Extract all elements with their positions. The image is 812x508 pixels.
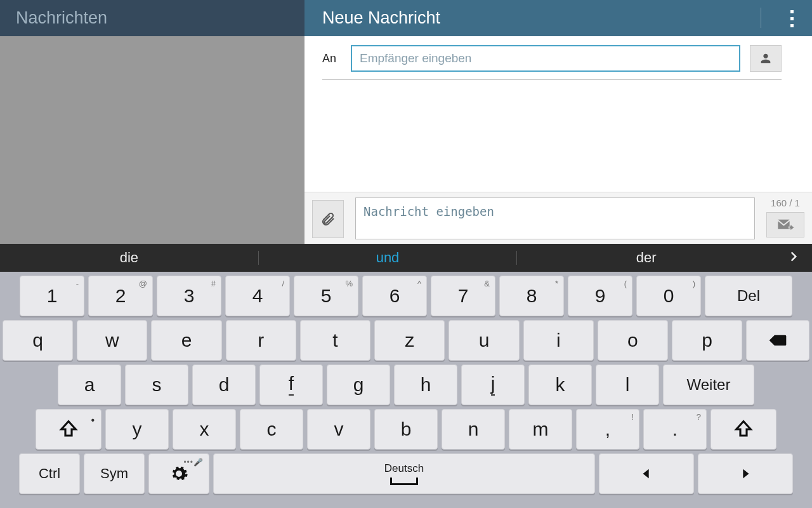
key-n[interactable]: n: [442, 409, 505, 450]
key-e[interactable]: e: [151, 320, 221, 361]
header-divider: [761, 8, 761, 28]
key-o[interactable]: o: [598, 320, 668, 361]
suggestion-more-button[interactable]: [775, 249, 812, 267]
suggestion-2[interactable]: und: [259, 250, 517, 266]
triangle-right-icon: [738, 467, 752, 481]
pick-contact-button[interactable]: [750, 45, 782, 72]
key-space[interactable]: Deutsch: [213, 453, 595, 494]
key-q[interactable]: q: [3, 320, 73, 361]
compose-title: Neue Nachricht: [322, 8, 440, 28]
key-shift-left[interactable]: •: [36, 409, 102, 450]
key-4[interactable]: 4/: [225, 276, 290, 316]
key-backspace[interactable]: [746, 320, 809, 361]
key-d[interactable]: d: [192, 364, 256, 405]
key-enter[interactable]: Weiter: [663, 364, 754, 405]
key-3[interactable]: 3#: [157, 276, 221, 316]
key-b[interactable]: b: [374, 409, 438, 450]
key-0[interactable]: 0): [636, 276, 701, 316]
key-comma[interactable]: ,!: [576, 409, 639, 450]
backspace-icon: [768, 331, 787, 350]
key-a[interactable]: a: [58, 364, 121, 405]
key-1[interactable]: 1-: [20, 276, 84, 316]
key-c[interactable]: c: [240, 409, 303, 450]
key-m[interactable]: m: [509, 409, 572, 450]
recipient-input[interactable]: [351, 45, 740, 72]
space-bar-icon: [390, 478, 418, 485]
key-6[interactable]: 6^: [362, 276, 427, 316]
recipient-label: An: [322, 52, 341, 65]
key-7[interactable]: 7&: [431, 276, 495, 316]
contact-icon: [759, 51, 773, 65]
chevron-right-icon: [787, 250, 800, 263]
key-5[interactable]: 5%: [294, 276, 358, 316]
attach-button[interactable]: [312, 200, 344, 238]
key-del[interactable]: Del: [705, 276, 792, 316]
key-f[interactable]: f: [259, 364, 323, 405]
key-g[interactable]: g: [327, 364, 390, 405]
send-button[interactable]: [766, 212, 804, 237]
key-shift-right[interactable]: [710, 409, 776, 450]
gear-icon: [169, 464, 188, 483]
key-z[interactable]: z: [374, 320, 445, 361]
key-settings[interactable]: •••🎤: [148, 453, 209, 494]
conversation-list[interactable]: [0, 36, 304, 244]
key-s[interactable]: s: [125, 364, 188, 405]
key-j[interactable]: j: [461, 364, 525, 405]
key-x[interactable]: x: [173, 409, 236, 450]
paperclip-icon: [320, 211, 336, 227]
shift-icon: [734, 420, 753, 439]
key-l[interactable]: l: [596, 364, 659, 405]
message-input[interactable]: [355, 197, 755, 239]
triangle-left-icon: [639, 467, 653, 481]
char-counter: 160 / 1: [771, 197, 800, 208]
keyboard: 1- 2@ 3# 4/ 5% 6^ 7& 8* 9( 0) Del q w e …: [0, 272, 812, 508]
space-language-label: Deutsch: [384, 462, 424, 475]
key-9[interactable]: 9(: [568, 276, 632, 316]
key-8[interactable]: 8*: [499, 276, 564, 316]
key-t[interactable]: t: [300, 320, 370, 361]
key-sym[interactable]: Sym: [84, 453, 145, 494]
compose-panel: An 160 / 1: [304, 36, 812, 244]
key-2[interactable]: 2@: [88, 276, 153, 316]
key-ctrl[interactable]: Ctrl: [19, 453, 80, 494]
key-i[interactable]: i: [523, 320, 594, 361]
key-k[interactable]: k: [528, 364, 592, 405]
conversations-title: Nachrichten: [16, 8, 107, 28]
compose-header: Neue Nachricht: [304, 0, 812, 36]
key-r[interactable]: r: [226, 320, 296, 361]
send-icon: [776, 218, 794, 231]
key-y[interactable]: y: [105, 409, 169, 450]
suggestion-1[interactable]: die: [0, 250, 258, 266]
key-w[interactable]: w: [77, 320, 147, 361]
key-u[interactable]: u: [449, 320, 519, 361]
key-h[interactable]: h: [394, 364, 457, 405]
key-arrow-left[interactable]: [599, 453, 694, 494]
suggestion-3[interactable]: der: [517, 250, 775, 266]
conversations-header: Nachrichten: [0, 0, 304, 36]
key-v[interactable]: v: [307, 409, 370, 450]
key-arrow-right[interactable]: [698, 453, 793, 494]
shift-icon: [59, 420, 78, 439]
key-p[interactable]: p: [672, 320, 742, 361]
suggestion-bar: die und der: [0, 244, 812, 272]
key-period[interactable]: .?: [643, 409, 707, 450]
overflow-menu-button[interactable]: [790, 10, 794, 27]
